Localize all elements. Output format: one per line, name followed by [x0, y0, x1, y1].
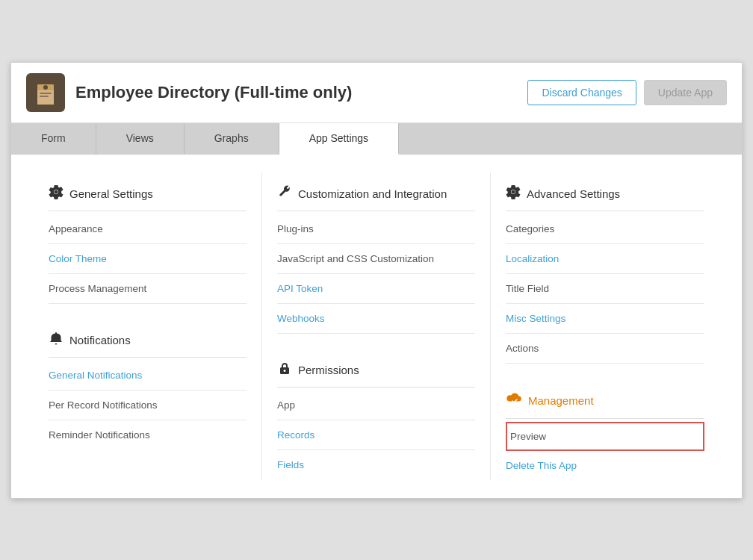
advanced-settings-title: Advanced Settings — [527, 187, 620, 200]
header-buttons: Discard Changes Update App — [527, 80, 727, 105]
app-icon — [26, 73, 65, 112]
menu-per-record-notifications[interactable]: Per Record Notifications — [49, 391, 247, 420]
content-area: General Settings Appearance Color Theme … — [11, 155, 742, 498]
advanced-settings-header: Advanced Settings — [506, 172, 704, 211]
svg-point-7 — [284, 370, 286, 372]
notifications-title: Notifications — [69, 334, 131, 346]
tab-graphs[interactable]: Graphs — [185, 123, 279, 154]
column-3: Advanced Settings Categories Localizatio… — [491, 172, 719, 480]
tabs-bar: Form Views Graphs App Settings — [11, 123, 742, 155]
menu-title-field[interactable]: Title Field — [506, 274, 704, 304]
menu-delete-app[interactable]: Delete This App — [506, 451, 704, 480]
menu-process-management[interactable]: Process Management — [49, 274, 247, 304]
general-settings-header: General Settings — [49, 172, 247, 211]
menu-fields[interactable]: Fields — [277, 450, 475, 479]
menu-plugins[interactable]: Plug-ins — [277, 214, 475, 244]
menu-preview[interactable]: Preview — [506, 422, 704, 451]
tab-app-settings[interactable]: App Settings — [279, 123, 399, 155]
column-2: Customization and Integration Plug-ins J… — [262, 172, 491, 480]
menu-app[interactable]: App — [277, 391, 475, 420]
menu-general-notifications[interactable]: General Notifications — [49, 361, 247, 391]
svg-point-3 — [43, 85, 48, 90]
bell-icon — [49, 331, 63, 349]
discard-button[interactable]: Discard Changes — [527, 80, 636, 105]
general-settings-title: General Settings — [69, 187, 153, 200]
tab-form[interactable]: Form — [11, 123, 96, 154]
column-1: General Settings Appearance Color Theme … — [34, 172, 262, 480]
menu-records[interactable]: Records — [277, 420, 475, 450]
header: Employee Directory (Full-time only) Disc… — [11, 63, 742, 123]
update-button[interactable]: Update App — [644, 80, 727, 105]
customization-title: Customization and Integration — [298, 187, 447, 200]
management-header: Management — [506, 379, 704, 419]
menu-actions[interactable]: Actions — [506, 334, 704, 364]
menu-misc-settings[interactable]: Misc Settings — [506, 304, 704, 334]
permissions-title: Permissions — [298, 364, 359, 376]
management-section: Management Preview Delete This App — [506, 379, 704, 480]
cloud-icon — [506, 391, 522, 411]
management-title: Management — [528, 394, 594, 407]
menu-appearance[interactable]: Appearance — [49, 214, 247, 244]
app-title: Employee Directory (Full-time only) — [75, 83, 517, 102]
permissions-section: Permissions App Records Fields — [277, 349, 475, 479]
menu-reminder-notifications[interactable]: Reminder Notifications — [49, 420, 247, 449]
gear-icon — [49, 184, 63, 203]
advanced-gear-icon — [506, 184, 521, 203]
menu-localization[interactable]: Localization — [506, 244, 704, 274]
svg-rect-4 — [40, 93, 52, 94]
menu-api-token[interactable]: API Token — [277, 274, 475, 304]
svg-rect-5 — [40, 96, 49, 97]
permissions-header: Permissions — [277, 349, 475, 388]
notifications-header: Notifications — [49, 319, 247, 358]
menu-color-theme[interactable]: Color Theme — [49, 244, 247, 274]
settings-grid: General Settings Appearance Color Theme … — [34, 172, 719, 480]
menu-js-css[interactable]: JavaScript and CSS Customization — [277, 244, 475, 274]
menu-categories[interactable]: Categories — [506, 214, 704, 244]
notifications-section: Notifications General Notifications Per … — [49, 319, 247, 449]
menu-webhooks[interactable]: Webhooks — [277, 304, 475, 334]
lock-icon — [277, 361, 292, 379]
customization-header: Customization and Integration — [277, 172, 475, 211]
wrench-icon — [277, 184, 292, 203]
tab-views[interactable]: Views — [96, 123, 185, 154]
app-window: Employee Directory (Full-time only) Disc… — [10, 62, 743, 499]
